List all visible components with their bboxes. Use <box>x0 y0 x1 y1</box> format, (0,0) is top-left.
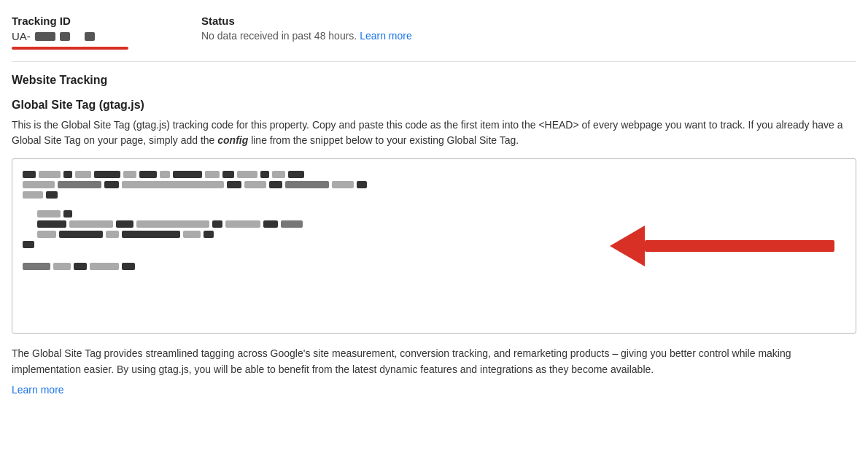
status-text: No data received in past 48 hours. Learn… <box>201 30 420 42</box>
redacted-segment-2 <box>60 32 70 41</box>
code-snippet-box[interactable] <box>12 158 856 334</box>
code-line-6 <box>23 231 845 238</box>
tracking-id-prefix: UA- <box>12 30 31 42</box>
redacted-segment-1 <box>35 32 55 41</box>
code-line-blank <box>23 201 845 207</box>
code-line-7 <box>23 241 845 248</box>
status-label: Status <box>201 15 420 27</box>
status-learn-more-link[interactable]: Learn more <box>360 30 412 42</box>
footer-description: The Global Site Tag provides streamlined… <box>12 345 843 378</box>
website-tracking-label: Website Tracking <box>12 74 856 87</box>
code-line-8 <box>23 263 845 270</box>
status-block: Status No data received in past 48 hours… <box>201 15 420 50</box>
tracking-id-separator <box>76 30 79 42</box>
description-part2: line from the snippet below to your exis… <box>248 134 519 146</box>
code-line-3 <box>23 191 845 199</box>
footer-learn-more-link[interactable]: Learn more <box>12 384 64 396</box>
code-line-blank2 <box>23 251 845 260</box>
tracking-id-label: Tracking ID <box>12 15 158 27</box>
code-line-5 <box>23 220 845 228</box>
redacted-segment-3 <box>85 32 95 41</box>
code-box-wrapper <box>12 158 856 334</box>
code-line-2 <box>23 181 845 188</box>
red-underline-decoration <box>12 47 128 50</box>
section-divider <box>12 61 856 62</box>
tracking-id-block: Tracking ID UA- <box>12 15 158 50</box>
description-text: This is the Global Site Tag (gtag.js) tr… <box>12 118 843 148</box>
code-line-4 <box>23 210 845 218</box>
status-message: No data received in past 48 hours. <box>201 30 357 42</box>
global-site-tag-heading: Global Site Tag (gtag.js) <box>12 99 856 112</box>
description-bold: config <box>217 134 248 146</box>
code-line-1 <box>23 171 845 178</box>
tracking-id-value: UA- <box>12 30 158 42</box>
